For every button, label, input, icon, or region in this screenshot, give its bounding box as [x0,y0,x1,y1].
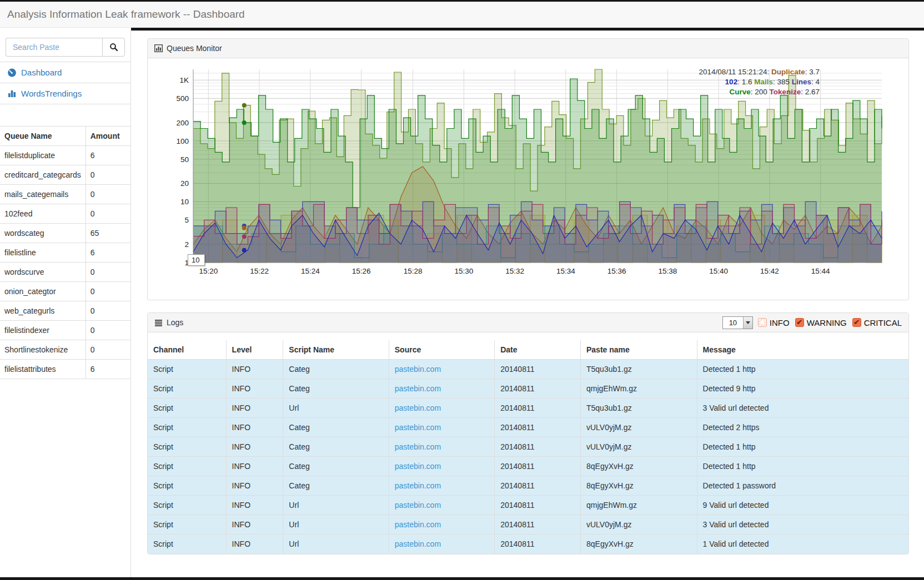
log-cell: INFO [226,379,283,399]
log-cell: Script [148,496,226,515]
source-link[interactable]: pastebin.com [395,384,441,393]
source-link[interactable]: pastebin.com [395,404,441,412]
log-cell: vULV0yjM.gz [581,515,697,534]
queue-amount-cell: 6 [86,360,130,379]
source-link[interactable]: pastebin.com [395,539,441,548]
log-source-cell: pastebin.com [389,457,494,476]
y-axis-tick-label: 100 [176,137,189,145]
source-link[interactable]: pastebin.com [395,501,441,510]
logs-table: ChannelLevelScript NameSourceDatePaste n… [148,340,908,554]
chart-legend: 2014/08/11 15:21:24: Duplicate: 3.7102: … [699,67,820,97]
filter-info-checkbox[interactable]: INFO [758,318,790,327]
log-cell: Script [148,437,226,457]
queue-name-cell: mails_categemails [0,185,86,204]
column-header: Source [389,340,494,360]
filter-label: INFO [770,318,790,327]
sidebar-item-label: Dashboard [21,68,62,77]
table-row: wordscateg65 [0,224,130,243]
checked-checkbox-icon [795,318,804,327]
x-axis-tick-label: 15:32 [505,267,524,275]
filter-label: WARNING [807,318,847,327]
x-axis-tick-label: 15:38 [658,267,677,275]
filter-warning-checkbox[interactable]: WARNING [795,318,847,327]
bar-chart-icon [7,89,17,98]
queue-name-cell: web_categurls [0,301,86,321]
log-row: ScriptINFOCategpastebin.com201408118qEgy… [148,476,908,496]
list-lines-icon [154,319,163,326]
log-source-cell: pastebin.com [389,496,494,515]
selected-point-102 [242,248,247,253]
queue-amount-cell: 6 [86,243,130,263]
queue-name-cell: wordscateg [0,224,86,243]
source-link[interactable]: pastebin.com [395,423,441,432]
roll-period-input[interactable]: 10 [188,254,205,266]
log-row: ScriptINFOCategpastebin.com201408118qEgy… [148,457,908,476]
log-cell: Script [148,360,226,379]
queue-table-header-row: Queue Name Amount [0,127,130,146]
log-cell: 3 Valid url detected [697,515,908,534]
y-axis-tick-label: 500 [176,94,189,103]
column-header: Message [697,340,908,360]
table-row: web_categurls0 [0,301,130,321]
log-cell: Url [283,399,389,418]
amount-column-header: Amount [86,127,130,146]
x-axis-tick-label: 15:28 [404,267,423,275]
queue-name-cell: onion_categtor [0,282,86,301]
unchecked-checkbox-icon [758,318,767,327]
log-cell: qmjgEhWm.gz [581,496,697,515]
log-cell: vULV0yjM.gz [581,437,697,457]
log-cell: 20140811 [495,496,581,515]
x-axis-tick-label: 15:22 [250,267,269,275]
source-link[interactable]: pastebin.com [395,442,441,451]
queue-amount-cell: 0 [86,204,130,224]
search-input[interactable] [6,38,102,57]
log-cell: Script [148,418,226,437]
log-cell: 20140811 [495,379,581,399]
table-row: onion_categtor0 [0,282,130,301]
log-source-cell: pastebin.com [389,437,494,457]
log-cell: Script [148,399,226,418]
log-cell: 20140811 [495,399,581,418]
source-link[interactable]: pastebin.com [395,481,441,490]
filter-label: CRITICAL [864,318,902,327]
source-link[interactable]: pastebin.com [395,462,441,471]
x-axis-tick-label: 15:42 [760,267,779,275]
log-cell: Script [148,457,226,476]
queues-monitor-chart[interactable]: 1251020501002005001K15:2015:2215:2415:26… [154,65,903,292]
sidebar-item-wordstrendings[interactable]: WordsTrendings [0,83,130,104]
selected-point-Duplicate [242,226,247,230]
sidebar-item-dashboard[interactable]: Dashboard [0,62,130,83]
page-header: Analysis Information Leak framework -- D… [0,2,924,28]
source-link[interactable]: pastebin.com [395,520,441,529]
x-axis-tick-label: 15:36 [607,267,626,275]
filter-critical-checkbox[interactable]: CRITICAL [852,318,902,327]
log-cell: Url [283,515,389,534]
table-row: 102feed0 [0,204,130,224]
search-button[interactable] [102,38,125,57]
search-row [6,38,125,57]
main-content: Queues Monitor 1251020501002005001K15:20… [131,31,924,577]
logs-table-header-row: ChannelLevelScript NameSourceDatePaste n… [148,340,908,360]
column-header: Paste name [581,340,697,360]
log-cell: vULV0yjM.gz [581,418,697,437]
log-source-cell: pastebin.com [389,534,494,554]
queue-amount-cell: 0 [86,282,130,301]
x-axis-tick-label: 15:24 [301,267,320,275]
log-cell: 3 Valid url detected [697,399,908,418]
log-cell: 20140811 [495,476,581,496]
x-axis-tick-label: 15:40 [709,267,728,275]
log-cell: Detected 1 password [697,476,908,496]
log-source-cell: pastebin.com [389,379,494,399]
page-size-select[interactable]: 10 [722,316,753,329]
log-cell: Detected 1 http [697,360,908,379]
table-row: filelistattributes6 [0,360,130,379]
sidebar-nav: Dashboard WordsTrendings [0,62,130,104]
queues-monitor-chart-area: 1251020501002005001K15:2015:2215:2415:26… [148,58,908,300]
log-cell: INFO [226,399,283,418]
selected-point-Curve [242,120,247,125]
source-link[interactable]: pastebin.com [395,365,441,374]
log-row: ScriptINFOUrlpastebin.com201408118qEgyXv… [148,534,908,554]
queue-name-column-header: Queue Name [0,127,86,146]
log-cell: 1 Valid url detected [697,534,908,554]
log-cell: INFO [226,437,283,457]
